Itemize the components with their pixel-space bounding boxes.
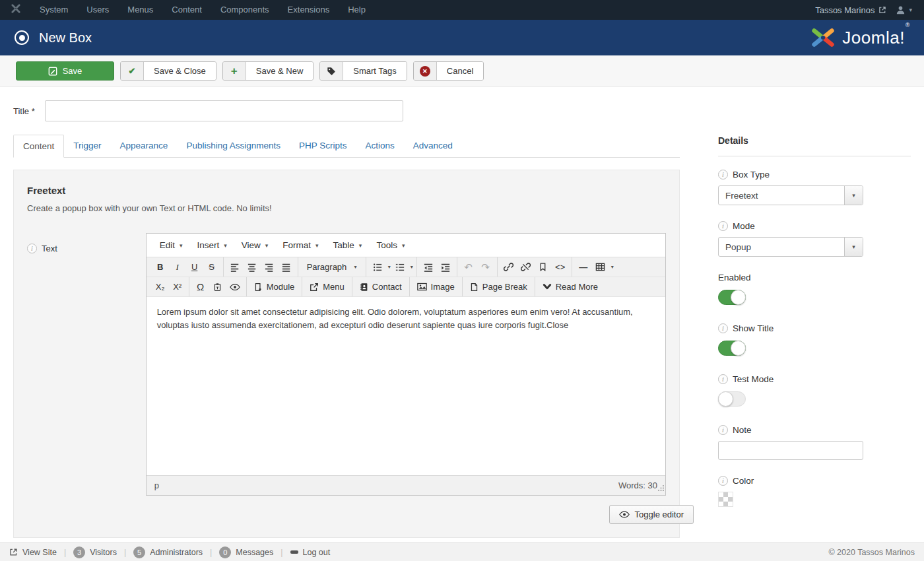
visitors-link[interactable]: 3 Visitors (73, 546, 117, 558)
menu-menus[interactable]: Menus (118, 0, 162, 20)
save-new-button[interactable]: + Save & New (222, 61, 314, 81)
user-menu-button[interactable]: ▾ (896, 5, 917, 15)
test-mode-toggle[interactable] (718, 391, 746, 407)
menu-components[interactable]: Components (211, 0, 279, 20)
note-input[interactable] (718, 441, 863, 460)
info-icon[interactable]: i (27, 244, 37, 253)
menu-extensions[interactable]: Extensions (279, 0, 339, 20)
insert-image-button[interactable]: Image (413, 282, 459, 292)
administrators-link[interactable]: 5 Administrators (133, 546, 203, 558)
insert-contact-button[interactable]: Contact (356, 282, 406, 292)
show-title-toggle[interactable] (718, 341, 746, 356)
save-button[interactable]: Save (16, 61, 114, 81)
align-right-button[interactable] (261, 259, 277, 275)
editor-menu-insert[interactable]: Insert▾ (190, 238, 233, 252)
preview-eye-button[interactable] (227, 279, 243, 295)
chevron-down-icon[interactable]: ▾ (388, 264, 391, 270)
cancel-button[interactable]: ✕ Cancel (413, 61, 484, 81)
joomla-logo[interactable]: Joomla!® (809, 26, 909, 49)
toggle-editor-button[interactable]: Toggle editor (609, 505, 694, 524)
menu-system[interactable]: System (30, 0, 77, 20)
remove-link-button[interactable] (518, 259, 534, 275)
tab-publishing-assignments[interactable]: Publishing Assignments (177, 135, 290, 157)
mode-select[interactable]: Popup ▾ (718, 237, 863, 257)
align-left-button[interactable] (227, 259, 243, 275)
bullet-list-button[interactable] (370, 259, 385, 275)
bold-button[interactable]: B (152, 259, 168, 275)
chevron-down-icon: ▾ (265, 242, 269, 249)
source-code-button[interactable]: <> (552, 259, 568, 275)
numbered-list-button[interactable] (392, 259, 408, 275)
align-justify-button[interactable] (279, 259, 294, 275)
undo-button[interactable]: ↶ (461, 259, 477, 275)
superscript-button[interactable]: X² (170, 279, 185, 295)
insert-link-button[interactable] (501, 259, 517, 275)
align-center-button[interactable] (244, 259, 260, 275)
editor-content-area[interactable]: Lorem ipsum dolor sit amet consectetur a… (147, 297, 665, 475)
enabled-toggle[interactable] (718, 290, 746, 305)
tab-appearance[interactable]: Appearance (111, 135, 178, 157)
text-field-label-row: i Text (27, 233, 146, 496)
indent-button[interactable] (438, 259, 453, 275)
view-site-link[interactable]: View Site (9, 548, 57, 557)
strikethrough-button[interactable]: S (204, 259, 220, 275)
editor-menu-format[interactable]: Format▾ (276, 238, 325, 252)
editor-menu-tools[interactable]: Tools▾ (370, 238, 411, 252)
logout-link[interactable]: Log out (290, 548, 331, 557)
subscript-button[interactable]: X₂ (152, 279, 168, 295)
info-icon[interactable]: i (718, 170, 728, 180)
info-icon[interactable]: i (718, 221, 728, 231)
messages-link[interactable]: 0 Messages (219, 546, 273, 558)
anchor-button[interactable] (535, 259, 551, 275)
horizontal-rule-button[interactable]: — (576, 259, 591, 275)
chevron-down-icon[interactable]: ▾ (411, 264, 413, 270)
element-path[interactable]: p (154, 480, 159, 490)
page-break-icon (470, 282, 478, 292)
table-button[interactable] (593, 259, 609, 275)
resize-grip[interactable] (657, 482, 665, 494)
tab-content[interactable]: Content (13, 135, 64, 158)
chevron-down-icon[interactable]: ▾ (611, 264, 614, 270)
paragraph-format-select[interactable]: Paragraph ▾ (302, 262, 362, 272)
text-field-label: Text (42, 244, 57, 253)
info-icon[interactable]: i (718, 425, 728, 435)
enabled-label: Enabled (718, 273, 751, 282)
test-mode-field: i Test Mode (718, 374, 911, 407)
menu-users[interactable]: Users (77, 0, 118, 20)
box-type-select[interactable]: Freetext ▾ (718, 185, 863, 205)
box-type-label: Box Type (733, 170, 770, 180)
insert-module-button[interactable]: Module (250, 282, 299, 292)
underline-button[interactable]: U (187, 259, 203, 275)
menu-help[interactable]: Help (339, 0, 375, 20)
show-title-label: Show Title (733, 323, 774, 333)
tab-trigger[interactable]: Trigger (64, 135, 110, 157)
color-picker-swatch[interactable] (718, 492, 733, 507)
tab-advanced[interactable]: Advanced (404, 135, 462, 157)
tab-php-scripts[interactable]: PHP Scripts (290, 135, 356, 157)
save-close-button[interactable]: ✔ Save & Close (120, 61, 216, 81)
copyright-text: © 2020 Tassos Marinos (828, 548, 915, 557)
chevron-down-icon: ▾ (844, 186, 863, 205)
title-input[interactable] (45, 100, 403, 121)
special-character-button[interactable]: Ω (193, 279, 209, 295)
smart-tags-label: Smart Tags (343, 62, 407, 80)
info-icon[interactable]: i (718, 476, 728, 486)
info-icon[interactable]: i (718, 323, 728, 333)
info-icon[interactable]: i (718, 374, 728, 384)
smart-tags-button[interactable]: Smart Tags (319, 61, 407, 81)
insert-pagebreak-button[interactable]: Page Break (466, 282, 531, 292)
outdent-button[interactable] (420, 259, 436, 275)
editor-menu-table[interactable]: Table▾ (327, 238, 369, 252)
external-link-icon (878, 6, 886, 14)
user-site-link[interactable]: Tassos Marinos (815, 5, 886, 15)
insert-readmore-button[interactable]: Read More (539, 282, 602, 292)
menu-content[interactable]: Content (162, 0, 211, 20)
insert-menu-button[interactable]: Menu (306, 282, 348, 292)
italic-button[interactable]: I (170, 259, 185, 275)
editor-menu-view[interactable]: View▾ (235, 238, 275, 252)
paste-as-text-button[interactable] (210, 279, 226, 295)
redo-button[interactable]: ↷ (478, 259, 494, 275)
editor-menu-edit[interactable]: Edit▾ (153, 238, 189, 252)
tab-actions[interactable]: Actions (356, 135, 404, 157)
show-title-field: i Show Title (718, 323, 911, 356)
